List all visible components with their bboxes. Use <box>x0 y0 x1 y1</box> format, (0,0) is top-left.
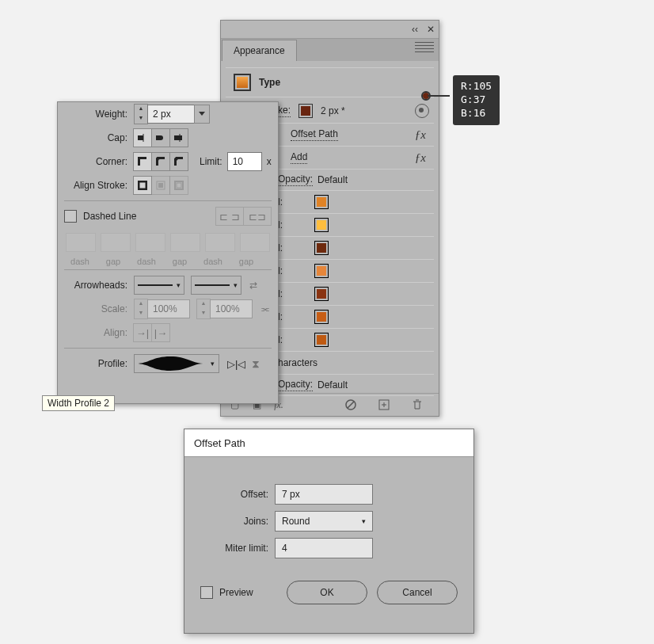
align-inside-icon <box>151 176 170 195</box>
rgb-readout: R:105 G:37 B:16 <box>453 75 500 125</box>
r-value: 105 <box>473 80 492 92</box>
dashed-label: Dashed Line <box>83 211 136 222</box>
scale2-stepper: ▲▼ <box>196 299 211 319</box>
fill-swatch[interactable] <box>314 195 329 209</box>
tooltip: Width Profile 2 <box>42 395 115 411</box>
svg-rect-9 <box>174 135 182 140</box>
corner-row: Corner: Limit: 10 x <box>58 150 278 173</box>
joins-select[interactable]: Round▾ <box>275 511 373 532</box>
arrow-align-label: Align: <box>64 327 127 338</box>
flip-along-icon[interactable]: ▷|◁ <box>227 358 245 370</box>
arrowheads-label: Arrowheads: <box>64 280 127 291</box>
fill-swatch[interactable] <box>314 264 329 278</box>
cap-projecting-icon[interactable] <box>169 128 188 147</box>
profile-dropdown[interactable]: ▾ <box>134 354 219 373</box>
opacity-value: Default <box>317 174 348 185</box>
arrow-scale-row: Scale: ▲▼ 100% ▲▼ 100% ⫘ <box>58 297 278 321</box>
dialog-title: Offset Path <box>184 429 473 457</box>
fill-swatch[interactable] <box>314 333 329 347</box>
opacity-link[interactable]: Opacity: <box>278 379 313 391</box>
panel-titlebar: ‹‹ ✕ <box>221 21 439 39</box>
align-tip-icon: →| <box>133 323 152 342</box>
corner-round-icon[interactable] <box>151 152 170 171</box>
dash-preserve-icon: ⊏ ⊐ <box>215 207 244 226</box>
dashed-row: Dashed Line ⊏ ⊐ ⊏⊐ <box>58 204 278 228</box>
align-outside-icon <box>169 176 188 195</box>
trash-icon[interactable] <box>410 398 424 412</box>
cap-butt-icon[interactable] <box>133 128 152 147</box>
svg-rect-11 <box>139 181 146 189</box>
selection-row: Type <box>226 67 434 97</box>
dashed-checkbox[interactable] <box>64 210 77 223</box>
svg-line-3 <box>348 402 354 408</box>
effect-link[interactable]: Offset Path <box>291 128 338 141</box>
dash-align-icon: ⊏⊐ <box>243 207 272 226</box>
r-label: R: <box>461 80 473 92</box>
cancel-button[interactable]: Cancel <box>377 581 458 604</box>
arrow-start-dropdown[interactable]: ▾ <box>134 276 184 295</box>
fx-icon: ƒx <box>415 151 426 165</box>
stroke-swatch[interactable] <box>298 104 313 118</box>
scale1-stepper: ▲▼ <box>134 299 148 319</box>
gap-input <box>101 233 131 252</box>
weight-dropdown[interactable] <box>194 105 210 124</box>
svg-rect-7 <box>138 135 143 140</box>
corner-miter-icon[interactable] <box>133 152 152 171</box>
profile-label: Profile: <box>64 358 127 369</box>
characters-label: haracters <box>278 357 317 368</box>
fill-swatch[interactable] <box>314 287 329 301</box>
tab-appearance[interactable]: Appearance <box>222 40 297 61</box>
width-profile-icon <box>135 355 206 372</box>
align-stroke-label: Align Stroke: <box>64 180 127 191</box>
dash-inputs <box>66 233 270 252</box>
corner-buttons <box>134 152 188 171</box>
align-center-icon[interactable] <box>133 176 152 195</box>
cap-buttons <box>134 128 188 147</box>
weight-label: Weight: <box>64 109 127 120</box>
weight-input[interactable]: 2 px <box>147 105 195 124</box>
panel-menu-icon[interactable] <box>410 32 439 61</box>
ok-button[interactable]: OK <box>287 581 367 604</box>
arrow-end-dropdown[interactable]: ▾ <box>191 276 241 295</box>
limit-label: Limit: <box>200 156 222 167</box>
preview-checkbox[interactable] <box>200 586 213 599</box>
weight-row: Weight: ▲▼ 2 px <box>58 102 278 126</box>
offset-input[interactable]: 7 px <box>275 484 373 505</box>
cap-row: Cap: <box>58 126 278 150</box>
miter-input[interactable]: 4 <box>275 538 373 558</box>
g-value: 37 <box>473 93 486 105</box>
stroke-weight-label: 2 px * <box>321 105 345 116</box>
align-stroke-row: Align Stroke: <box>58 173 278 197</box>
limit-input[interactable]: 10 <box>227 152 262 171</box>
opacity-link[interactable]: Opacity: <box>278 173 313 186</box>
link-scale-icon: ⫘ <box>260 303 270 314</box>
gap-input <box>240 233 270 252</box>
stroke-panel: Weight: ▲▼ 2 px Cap: Corner: Limit: 10 x… <box>57 101 279 404</box>
g-label: G: <box>461 93 473 105</box>
callout-line <box>428 95 450 97</box>
clear-icon[interactable] <box>344 398 358 412</box>
rgb-pointer <box>423 93 450 99</box>
effect-link[interactable]: Add <box>291 151 307 164</box>
fill-swatch[interactable] <box>314 218 329 232</box>
cap-label: Cap: <box>64 132 127 143</box>
selection-swatch[interactable] <box>234 74 251 91</box>
cap-round-icon[interactable] <box>151 128 170 147</box>
b-value: 16 <box>473 107 486 119</box>
offset-path-dialog: Offset Path Offset: 7 px Joins: Round▾ M… <box>184 429 474 634</box>
selection-type-label: Type <box>259 77 280 88</box>
corner-bevel-icon[interactable] <box>169 152 188 171</box>
joins-label: Joins: <box>200 516 268 527</box>
offset-label: Offset: <box>200 489 268 500</box>
fill-swatch[interactable] <box>314 241 329 255</box>
selection-target-icon[interactable] <box>415 104 429 118</box>
align-stroke-buttons <box>134 176 188 195</box>
fill-swatch[interactable] <box>314 310 329 324</box>
scale2-input: 100% <box>210 299 253 318</box>
b-label: B: <box>461 107 473 119</box>
weight-stepper[interactable]: ▲▼ <box>134 104 148 124</box>
align-extend-icon: |→ <box>151 323 170 342</box>
profile-row: Profile: ▾ ▷|◁ ⧗ <box>58 352 278 375</box>
duplicate-icon[interactable] <box>377 398 391 412</box>
dash-input <box>135 233 165 252</box>
